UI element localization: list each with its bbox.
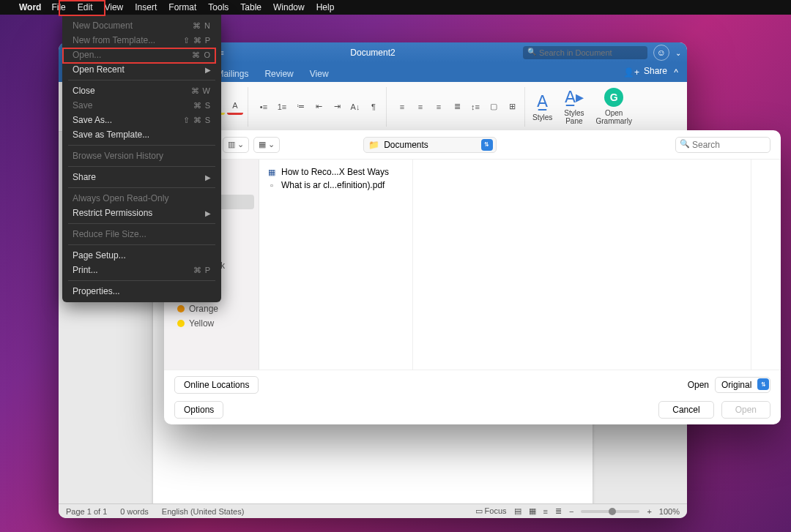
menu-browse-version-history[interactable]: Browse Version History: [62, 149, 221, 163]
preview-column: [413, 160, 751, 370]
separator: [68, 145, 215, 146]
menu-close[interactable]: Close⌘ W: [62, 83, 221, 98]
menu-reduce-file-size[interactable]: Reduce File Size...: [62, 227, 221, 241]
menu-page-setup[interactable]: Page Setup...: [62, 248, 221, 263]
group-button[interactable]: ▦ ⌄: [253, 137, 280, 153]
word-file-icon: ▦: [267, 167, 277, 177]
file-dropdown: New Document⌘ N New from Template...⇧ ⌘ …: [62, 15, 221, 302]
menu-open-recent[interactable]: Open Recent▶: [62, 62, 221, 77]
focus-mode-button[interactable]: ▭ Focus: [475, 506, 507, 516]
sidebar-tag-orange[interactable]: Orange: [164, 301, 259, 316]
document-title: Document2: [350, 48, 395, 58]
shading-icon[interactable]: ▢: [486, 99, 502, 115]
status-language[interactable]: English (United States): [162, 507, 245, 516]
open-file-dialog: ‹ › ▥ ⌄ ▦ ⌄ 📁 Documents ⇅ 📄...ti... 🖥...…: [164, 130, 781, 424]
status-words[interactable]: 0 words: [120, 507, 149, 516]
grammarly-button[interactable]: GOpen Grammarly: [591, 88, 636, 125]
view-buttons: ▥ ⌄ ▦ ⌄: [223, 137, 280, 153]
menu-save-as[interactable]: Save As...⇧ ⌘ S: [62, 113, 221, 127]
empty-column: [751, 160, 781, 370]
zoom-out-button[interactable]: −: [569, 507, 573, 516]
menu-view[interactable]: View: [104, 2, 123, 12]
chevron-right-icon: ▶: [205, 173, 211, 181]
paragraph-group: •≡ 1≡ ≔ ⇤ ⇥ A↓ ¶: [251, 87, 387, 127]
finder-search-input[interactable]: [675, 137, 770, 153]
increase-indent-icon[interactable]: ⇥: [329, 99, 345, 115]
menu-print[interactable]: Print...⌘ P: [62, 263, 221, 277]
menu-table[interactable]: Table: [240, 2, 261, 12]
menu-insert[interactable]: Insert: [135, 2, 157, 12]
feedback-icon[interactable]: ☺: [653, 45, 669, 61]
tag-dot-icon: [177, 320, 185, 327]
menu-save[interactable]: Save⌘ S: [62, 98, 221, 113]
status-page[interactable]: Page 1 of 1: [66, 507, 107, 516]
zoom-in-button[interactable]: +: [647, 507, 651, 516]
file-item[interactable]: ▫What is ar cl...efinition).pdf: [264, 179, 408, 192]
borders-icon[interactable]: ⊞: [504, 99, 520, 115]
finder-footer: Online Locations Open Original ⇅ Options…: [164, 370, 781, 424]
open-button[interactable]: Open: [721, 401, 770, 419]
macos-menubar: Word File Edit View Insert Format Tools …: [0, 0, 791, 15]
numbering-icon[interactable]: 1≡: [274, 99, 290, 115]
multilevel-icon[interactable]: ≔: [292, 99, 308, 115]
search-document-input[interactable]: [523, 46, 647, 59]
finder-columns: ▦How to Reco...X Best Ways ▫What is ar c…: [259, 160, 781, 370]
align-left-icon[interactable]: ≡: [394, 99, 410, 115]
menu-format[interactable]: Format: [168, 2, 196, 12]
pdf-file-icon: ▫: [267, 180, 277, 190]
tab-mailings[interactable]: Mailings: [216, 69, 248, 82]
menu-always-open-read-only[interactable]: Always Open Read-Only: [62, 191, 221, 206]
grammarly-icon: G: [604, 88, 623, 107]
separator: [68, 280, 215, 281]
styles-pane-button[interactable]: A̲▸Styles Pane: [560, 88, 588, 125]
sidebar-tag-yellow[interactable]: Yellow: [164, 316, 259, 331]
decrease-indent-icon[interactable]: ⇤: [311, 99, 327, 115]
location-selector[interactable]: 📁 Documents ⇅: [363, 137, 497, 153]
online-locations-button[interactable]: Online Locations: [174, 376, 259, 394]
menu-properties[interactable]: Properties...: [62, 284, 221, 299]
menu-share[interactable]: Share▶: [62, 170, 221, 184]
align-group: ≡ ≡ ≡ ≣ ↕≡ ▢ ⊞: [390, 87, 525, 127]
align-right-icon[interactable]: ≡: [431, 99, 447, 115]
file-item[interactable]: ▦How to Reco...X Best Ways: [264, 165, 408, 179]
tab-view[interactable]: View: [310, 69, 329, 82]
align-center-icon[interactable]: ≡: [412, 99, 428, 115]
cancel-button[interactable]: Cancel: [658, 401, 713, 419]
menu-new-from-template[interactable]: New from Template...⇧ ⌘ P: [62, 33, 221, 48]
finder-search: [675, 137, 770, 153]
menu-open[interactable]: Open...⌘ O: [62, 48, 221, 62]
file-column: ▦How to Reco...X Best Ways ▫What is ar c…: [259, 160, 413, 370]
separator: [68, 244, 215, 245]
line-spacing-icon[interactable]: ↕≡: [467, 99, 483, 115]
sort-icon[interactable]: A↓: [347, 99, 363, 115]
view-web-icon[interactable]: ▦: [529, 506, 536, 516]
column-view-button[interactable]: ▥ ⌄: [223, 137, 249, 153]
menu-file[interactable]: File: [51, 2, 65, 12]
folder-icon: 📁: [368, 140, 379, 150]
chevron-down-icon[interactable]: ⌄: [675, 49, 681, 57]
options-button[interactable]: Options: [174, 401, 223, 419]
view-outline-icon[interactable]: ≡: [543, 507, 548, 516]
menu-restrict-permissions[interactable]: Restrict Permissions▶: [62, 206, 221, 220]
bullets-icon[interactable]: •≡: [256, 99, 272, 115]
zoom-level[interactable]: 100%: [659, 507, 680, 516]
location-label: Documents: [384, 140, 428, 150]
menu-help[interactable]: Help: [316, 2, 335, 12]
menu-tools[interactable]: Tools: [208, 2, 229, 12]
menu-save-as-template[interactable]: Save as Template...: [62, 127, 221, 142]
tab-review[interactable]: Review: [264, 69, 293, 82]
share-button[interactable]: 👤+ Share ^: [623, 66, 678, 82]
app-name[interactable]: Word: [19, 2, 41, 12]
show-marks-icon[interactable]: ¶: [365, 99, 382, 115]
zoom-slider[interactable]: [581, 510, 639, 513]
justify-icon[interactable]: ≣: [449, 99, 465, 115]
view-print-icon[interactable]: ▤: [514, 506, 521, 516]
updown-icon: ⇅: [481, 139, 493, 151]
menu-new-document[interactable]: New Document⌘ N: [62, 18, 221, 33]
font-color-icon[interactable]: A: [227, 99, 243, 115]
styles-button[interactable]: A̲Styles: [528, 92, 557, 121]
view-draft-icon[interactable]: ≣: [555, 506, 562, 516]
separator: [68, 223, 215, 224]
menu-edit[interactable]: Edit: [78, 2, 93, 12]
menu-window[interactable]: Window: [273, 2, 305, 12]
